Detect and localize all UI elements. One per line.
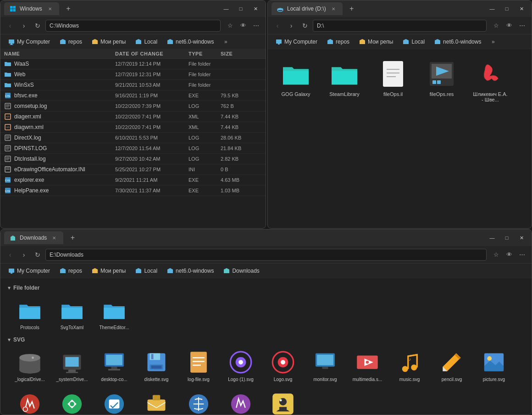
list-item[interactable]: picture.svg (476, 348, 512, 384)
refresh-btn-3[interactable]: ↻ (32, 249, 44, 261)
close-btn-2[interactable]: ✕ (515, 4, 528, 13)
minimize-btn-3[interactable]: — (486, 233, 499, 242)
bookmark-mycomputer-2[interactable]: My Computer (272, 37, 321, 47)
new-tab-btn-1[interactable]: + (62, 2, 75, 15)
refresh-btn-2[interactable]: ↻ (299, 20, 311, 32)
list-item[interactable] (54, 389, 90, 415)
forward-btn-3[interactable]: › (18, 249, 30, 261)
bookmark-mycomputer-1[interactable]: My Computer (4, 37, 54, 47)
bookmark-net-2[interactable]: net6.0-windows (430, 37, 485, 47)
icon-item[interactable]: Шликевич Е.А. - Шве... (470, 56, 511, 221)
bookmark-moirepy-1[interactable]: Мои репы (88, 37, 129, 47)
list-item[interactable]: diskette.svg (138, 348, 175, 384)
bookmark-downloads-3[interactable]: Downloads (219, 266, 263, 276)
bookmark-repos-1[interactable]: repos (55, 37, 86, 47)
list-item[interactable]: pencil.svg (433, 348, 470, 384)
table-row[interactable]: DirectX.log 6/10/2021 5:53 PM LOG 28.06 … (0, 133, 266, 143)
minimize-btn-1[interactable]: — (220, 4, 233, 13)
minimize-btn-2[interactable]: — (486, 4, 499, 13)
back-btn-2[interactable]: ‹ (272, 20, 283, 32)
maximize-btn-2[interactable]: □ (500, 4, 513, 13)
more-btn-1[interactable]: ⋯ (250, 20, 262, 32)
table-row[interactable]: DtcInstall.log 9/27/2020 10:42 AM LOG 2.… (0, 154, 266, 164)
table-row[interactable]: </> diagerr.xml 10/22/2020 7:41 PM XML 7… (0, 112, 266, 122)
bookmark-mycomputer-3[interactable]: My Computer (4, 266, 54, 276)
list-item[interactable] (11, 389, 48, 415)
bookmark-local-2[interactable]: Local (399, 37, 428, 47)
file-table-body-1[interactable]: WaaS 12/7/2019 12:14 PM File folder Web … (0, 59, 266, 228)
list-item[interactable] (222, 389, 259, 415)
tab-windows[interactable]: Windows ✕ (4, 2, 59, 15)
eye-btn-1[interactable]: 👁 (237, 20, 249, 32)
table-row[interactable]: DPINST.LOG 12/7/2020 11:54 AM LOG 21.84 … (0, 143, 266, 154)
list-item[interactable] (96, 389, 133, 415)
list-item[interactable]: monitor.svg (307, 348, 344, 384)
tab-downloads-close[interactable]: ✕ (50, 234, 58, 241)
downloads-content[interactable]: ▾File folder Protocols SvgToXaml ThemeEd… (0, 278, 532, 415)
refresh-btn-1[interactable]: ↻ (32, 20, 44, 32)
tab-localdrive[interactable]: Local drive (D:\) ✕ (272, 2, 343, 15)
section-header-filefolder[interactable]: ▾File folder (4, 282, 528, 294)
list-item[interactable]: desktop-co... (96, 348, 133, 384)
more-bookmarks-2[interactable]: » (488, 36, 499, 47)
list-item[interactable]: log-file.svg (180, 348, 217, 384)
list-item[interactable]: ThemeEditor... (96, 296, 133, 332)
tab-localdrive-close[interactable]: ✕ (330, 5, 337, 12)
new-tab-btn-2[interactable]: + (345, 2, 358, 15)
table-row[interactable]: </> diagwrn.xml 10/22/2020 7:41 PM XML 7… (0, 122, 266, 133)
table-row[interactable]: EXE explorer.exe 9/2/2021 11:21 AM EXE 4… (0, 175, 266, 185)
close-btn-3[interactable]: ✕ (515, 233, 528, 242)
eye-btn-3[interactable]: 👁 (503, 249, 515, 261)
tab-downloads[interactable]: Downloads ✕ (4, 231, 63, 244)
more-bookmarks-1[interactable]: » (220, 36, 231, 47)
icon-item[interactable]: fileOps.il (372, 56, 414, 221)
list-item[interactable]: multimedia.s... (349, 348, 386, 384)
list-item[interactable]: ♪ music.svg (391, 348, 428, 384)
star-btn-1[interactable]: ☆ (224, 20, 236, 32)
icon-item[interactable]: SteamLibrary (324, 56, 365, 221)
back-btn-3[interactable]: ‹ (4, 249, 16, 261)
eye-btn-2[interactable]: 👁 (503, 20, 515, 32)
table-row[interactable]: EXE bfsvc.exe 9/16/2021 1:19 PM EXE 79.5… (0, 90, 266, 101)
bookmark-local-3[interactable]: Local (131, 266, 161, 276)
icon-grid-2[interactable]: GOG Galaxy SteamLibrary fileOps.il fileO… (268, 49, 532, 228)
table-row[interactable]: EXE HelpPane.exe 7/30/2021 11:37 AM EXE … (0, 185, 266, 196)
list-item[interactable]: _systemDrive... (54, 348, 90, 384)
bookmark-moirepy-2[interactable]: Мои репы (355, 37, 397, 47)
more-btn-3[interactable]: ⋯ (516, 249, 528, 261)
list-item[interactable]: Protocols (11, 296, 48, 332)
bookmark-repos-2[interactable]: repos (323, 37, 353, 47)
more-btn-2[interactable]: ⋯ (516, 20, 528, 32)
bookmark-net-3[interactable]: net6.0-windows (163, 266, 217, 276)
table-row[interactable]: WinSxS 9/21/2021 10:53 AM File folder (0, 80, 266, 90)
section-header-svg[interactable]: ▾SVG (4, 334, 528, 346)
list-item[interactable] (265, 389, 301, 415)
list-item[interactable]: _logicalDrive... (11, 348, 48, 384)
list-item[interactable] (138, 389, 175, 415)
forward-btn-2[interactable]: › (285, 20, 297, 32)
table-row[interactable]: eDrawingOfficeAutomator.INI 5/25/2021 10… (0, 164, 266, 175)
back-btn-1[interactable]: ‹ (4, 20, 16, 32)
new-tab-btn-3[interactable]: + (66, 231, 79, 244)
star-btn-3[interactable]: ☆ (490, 249, 502, 261)
star-btn-2[interactable]: ☆ (490, 20, 502, 32)
forward-btn-1[interactable]: › (18, 20, 30, 32)
bookmark-local-1[interactable]: Local (131, 37, 161, 47)
address-bar-3[interactable]: E:\Downloads (45, 249, 487, 261)
list-item[interactable] (180, 389, 217, 415)
address-bar-2[interactable]: D:\ (313, 20, 487, 32)
list-item[interactable]: Logo (1).svg (222, 348, 259, 384)
maximize-btn-3[interactable]: □ (500, 233, 513, 242)
table-row[interactable]: Web 12/7/2019 12:31 PM File folder (0, 69, 266, 80)
bookmark-net-1[interactable]: net6.0-windows (163, 37, 217, 47)
close-btn-1[interactable]: ✕ (249, 4, 262, 13)
tab-windows-close[interactable]: ✕ (46, 5, 54, 12)
icon-item[interactable]: GOG Galaxy (275, 56, 316, 221)
list-item[interactable]: SvgToXaml (54, 296, 90, 332)
table-row[interactable]: comsetup.log 10/22/2020 7:39 PM LOG 762 … (0, 101, 266, 112)
bookmark-repos-3[interactable]: repos (55, 266, 86, 276)
icon-item[interactable]: fileOps.res (421, 56, 462, 221)
bookmark-moirepy-3[interactable]: Мои репы (88, 266, 129, 276)
list-item[interactable]: Logo.svg (265, 348, 301, 384)
table-row[interactable]: WaaS 12/7/2019 12:14 PM File folder (0, 59, 266, 69)
